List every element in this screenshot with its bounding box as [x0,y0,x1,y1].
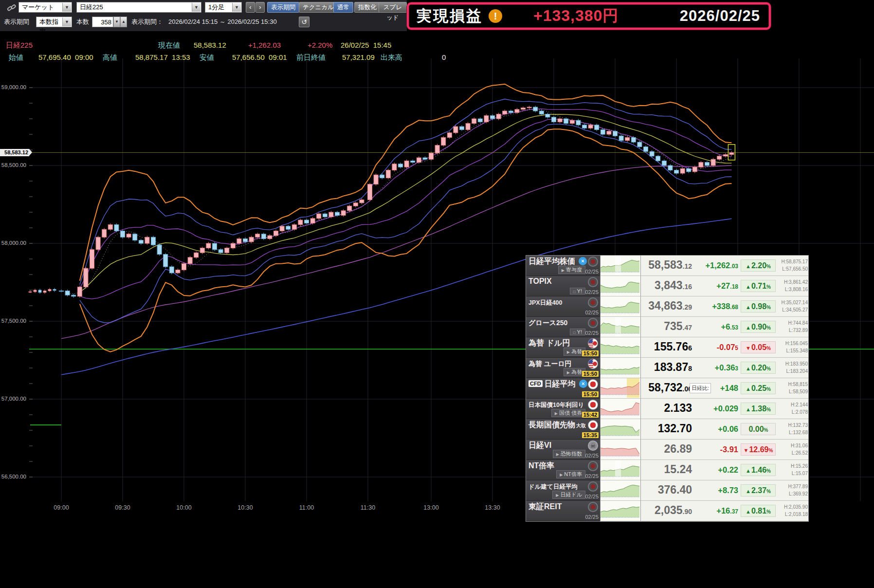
market-dropdown[interactable]: マーケット▼ [18,2,72,13]
instrument-timestamp: 15:35 [582,432,599,438]
timeframe-dropdown[interactable]: 1分足▼ [205,2,242,13]
nikkei-spread-label: 日経比: [690,383,711,393]
symbol-dropdown[interactable]: 日経225▼ [76,2,201,13]
instrument-timestamp: 02/25 [585,514,599,520]
market-panel-row[interactable]: NT倍率× ▶NT倍率 02/25 15.24 +0.22 ▲1.46% H:1… [526,460,808,480]
spread-button[interactable]: スプレッド [379,2,407,13]
count-input[interactable] [92,17,113,27]
instrument-timestamp: 02/25 [585,494,599,499]
x-axis-label: 11:00 [296,504,317,511]
change-percent-badge: ▲2.20% [741,259,776,272]
record-dot-icon [588,257,598,267]
prev-button[interactable]: ‹ [246,2,255,13]
instrument-name: 為替 ドル円× [528,338,571,349]
symbol-name: 日経225 [6,41,33,50]
mini-sparkline[interactable] [600,296,640,317]
submenu-arrow-icon: □ [573,290,576,294]
mini-sparkline[interactable] [600,399,640,419]
instrument-sub-button[interactable]: ▶日経ドル [552,491,585,499]
market-panel-row[interactable]: グロース250× □Y! 02/25 735.47 +6.53 ▲0.90% H… [526,317,808,337]
instrument-values: 58,583.12 +1,262.03 ▲2.20% H:58,875.17L:… [640,256,808,276]
realized-pnl-amount: +133,380円 [533,5,619,27]
x-share-icon[interactable]: × [579,380,587,388]
mini-sparkline[interactable] [600,480,640,501]
instrument-sub-button[interactable]: □Y! [570,329,585,335]
x-axis-label: 09:30 [112,504,133,511]
count-spinner-up[interactable]: ▲ [120,17,127,27]
mini-sparkline[interactable] [600,460,640,480]
y-axis-label: 58,500.00 [1,162,26,168]
display-period-button[interactable]: 表示期間 [267,2,299,13]
link-icon[interactable] [7,3,17,15]
mini-sparkline[interactable] [600,378,640,399]
change-percent-badge: ▲0.81% [741,505,776,517]
count-spinner-down[interactable]: ▼ [113,17,120,27]
mini-sparkline[interactable] [600,317,640,337]
x-axis-label: 13:00 [420,504,442,511]
market-panel-row[interactable]: CFD日経平均× 15:50 58,732.00 日経比: +148 ▲0.25… [526,378,808,399]
high-low-values: H:132.73L:132.68 [779,422,808,436]
market-panel-row[interactable]: 長期国債先物大取× 15:35 132.70 +0.06 0.00% H:132… [526,419,808,440]
instrument-timestamp: 15:50 [582,371,599,377]
mini-sparkline[interactable] [600,440,640,460]
instrument-value: 183.878 [654,361,692,374]
y-axis-label: 57,500.00 [1,318,26,324]
current-price-tag: 58,583.12 [0,149,29,156]
instrument-sub-button[interactable]: ▶寄与度 [558,266,585,274]
market-panel-row[interactable]: 日本国債10年利回り× ▶国債 債券 15:42 2.133 +0.029 ▲1… [526,399,808,419]
x-axis-label: 10:30 [235,504,256,511]
refresh-button[interactable]: ↺ [299,17,310,27]
mini-sparkline[interactable] [600,337,640,358]
market-panel-row[interactable]: JPX日経400× 02/25 34,863.29 +338.68 ▲0.98%… [526,296,808,317]
next-button[interactable]: › [255,2,265,13]
chevron-down-icon: ▼ [192,3,200,12]
count-mode-dropdown[interactable]: 本数指定▼ [36,17,72,27]
instrument-change: +6.53 [721,322,739,331]
change-percent-badge: ▲0.98% [741,300,776,312]
instrument-value: 376.40 [658,483,692,496]
instrument-name: 東証REIT× [528,502,563,512]
instrument-name: グロース250× [528,319,568,328]
normal-button[interactable]: 通常 [333,2,353,13]
instrument-sub-button[interactable]: ▶NT倍率 [556,470,585,478]
instrument-sub-button[interactable]: ▶恐怖指数 [553,450,585,458]
instrument-label-area: 長期国債先物大取× 15:35 [526,419,600,440]
instrument-change: +0.22 [718,465,738,475]
mini-sparkline[interactable] [600,276,640,296]
technical-button[interactable]: テクニカル [299,2,338,13]
mini-sparkline[interactable] [600,256,640,276]
market-panel-row[interactable]: ドル建て日経平均× ▶日経ドル 02/25 376.40 +8.73 ▲2.37… [526,480,808,501]
market-panel-row[interactable]: 東証REIT× 02/25 2,035.90 +16.37 ▲0.81% H:2… [526,501,808,521]
flag-icon [588,338,598,349]
instrument-sub-button[interactable]: □Y! [570,288,585,294]
instrument-values: 2,035.90 +16.37 ▲0.81% H:2,035.90L:2,018… [640,501,808,521]
x-share-icon[interactable]: × [579,257,587,265]
record-dot-icon [588,461,598,471]
instrument-value: 132.70 [658,422,692,435]
market-panel-row[interactable]: 為替 ドル円× ▶為替 15:50 155.766 -0.075 ▼0.05% … [526,337,808,358]
mini-sparkline[interactable] [600,501,640,521]
stat-label: 出来高 [381,53,402,62]
mini-sparkline[interactable] [600,358,640,378]
market-panel-row[interactable]: 日経VI× ▶恐怖指数 ☠ 02/25 26.89 -3.91 ▼12.69% … [526,440,808,460]
high-low-values: H:3,861.42L:3,808.16 [779,278,808,293]
stat-label: 始値 [9,53,23,62]
submenu-arrow-icon: ▶ [567,370,570,375]
indexed-button[interactable]: 指数化 [354,2,381,13]
instrument-value: 3,843.16 [655,279,692,292]
instrument-sub-button[interactable]: ▶国債 債券 [551,409,585,417]
mini-sparkline[interactable] [600,419,640,440]
period-label: 表示期間 [4,17,29,27]
chevron-down-icon: ▼ [62,18,71,26]
high-low-values: H:58,815L:58,509 [779,381,808,395]
instrument-change: +148 [720,384,738,393]
market-panel-row[interactable]: 為替 ユーロ円× ▶為替 15:50 183.878 +0.363 ▲0.20%… [526,358,808,378]
instrument-label-area: 為替 ユーロ円× ▶為替 15:50 [526,358,600,378]
y-axis-label: 59,000.00 [1,84,26,90]
change-percent-badge: ▼0.05% [741,341,776,353]
market-panel-row[interactable]: 日経平均株価× ▶寄与度 02/25 58,583.12 +1,262.03 ▲… [526,256,808,276]
quote-stats-row: 始値57,695.40 09:00高値58,875.17 13:53安値57,6… [0,53,516,62]
market-panel-row[interactable]: TOPIX× □Y! 02/25 3,843.16 +27.18 ▲0.71% … [526,276,808,296]
price-change-percent: +2.20% [308,41,332,49]
submenu-arrow-icon: ▶ [567,350,570,354]
